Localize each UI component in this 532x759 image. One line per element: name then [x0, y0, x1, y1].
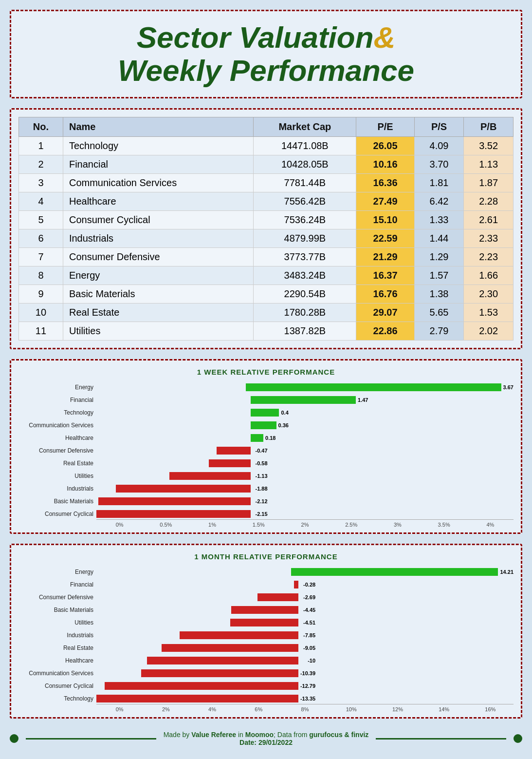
cell-pb: 2.02 — [464, 322, 514, 341]
cell-pb: 1.13 — [464, 155, 514, 174]
cell-ps: 1.44 — [414, 229, 464, 248]
cell-pb: 2.30 — [464, 285, 514, 304]
title-line2: Weekly Performance — [118, 54, 414, 87]
chart-bar-area: -2.12 — [96, 497, 514, 506]
table-row: 9 Basic Materials 2290.54B 16.76 1.38 2.… — [19, 285, 514, 304]
bar-negative — [162, 644, 298, 652]
chart-row: Financial-0.28 — [18, 579, 514, 590]
chart-row: Technology0.4 — [18, 407, 514, 418]
bar-negative — [230, 619, 298, 626]
chart-bar-area: 0.4 — [96, 408, 514, 417]
chart-row: Basic Materials-4.45 — [18, 605, 514, 615]
cell-ps: 1.29 — [414, 248, 464, 266]
chart-label: Basic Materials — [18, 607, 96, 613]
chart-bar-area: -4.51 — [96, 618, 514, 627]
chart-bar-area: 1.47 — [96, 396, 514, 404]
cell-market-cap: 14471.08B — [254, 137, 356, 155]
col-no: No. — [19, 117, 63, 137]
chart-bar-area: -2.69 — [96, 593, 514, 602]
col-name: Name — [63, 117, 253, 137]
chart-row: Consumer Cyclical-12.79 — [18, 681, 514, 691]
table-row: 5 Consumer Cyclical 7536.24B 15.10 1.33 … — [19, 211, 514, 229]
cell-ps: 1.33 — [414, 211, 464, 229]
cell-no: 10 — [19, 304, 63, 322]
footer-line-right — [376, 738, 506, 740]
chart-bar-area: -1.88 — [96, 484, 514, 493]
bar-negative — [105, 682, 298, 690]
chart-label: Technology — [18, 695, 96, 702]
cell-ps: 2.79 — [414, 322, 464, 341]
chart-label: Communication Services — [18, 422, 96, 429]
bar-positive — [251, 421, 276, 429]
chart-label: Utilities — [18, 619, 96, 626]
month-chart-container: Energy14.21Financial-0.28Consumer Defens… — [18, 567, 514, 704]
chart-bar-area: -10.39 — [96, 669, 514, 678]
cell-no: 7 — [19, 248, 63, 266]
bar-positive — [251, 396, 356, 404]
cell-pe: 16.76 — [356, 285, 414, 304]
table-row: 4 Healthcare 7556.42B 27.49 6.42 2.28 — [19, 192, 514, 211]
chart-bar-area: -0.47 — [96, 446, 514, 455]
chart-row: Real Estate-0.58 — [18, 458, 514, 469]
chart-bar-area: 3.67 — [96, 383, 514, 392]
cell-market-cap: 3483.24B — [254, 266, 356, 285]
cell-no: 8 — [19, 266, 63, 285]
table-row: 7 Consumer Defensive 3773.77B 21.29 1.29… — [19, 248, 514, 266]
bar-negative — [147, 657, 298, 664]
title-line1: Sector Valuation — [137, 20, 374, 54]
bar-negative — [169, 472, 250, 480]
cell-ps: 1.57 — [414, 266, 464, 285]
chart-label: Consumer Defensive — [18, 594, 96, 601]
cell-name: Consumer Defensive — [63, 248, 253, 266]
chart-label: Technology — [18, 409, 96, 416]
chart-row: Energy14.21 — [18, 567, 514, 577]
footer-circle-right — [514, 734, 522, 743]
cell-pb: 2.23 — [464, 248, 514, 266]
chart-label: Industrials — [18, 632, 96, 639]
chart-bar-area: -1.13 — [96, 472, 514, 480]
bar-positive — [251, 409, 279, 417]
chart-bar-area: 14.21 — [96, 568, 514, 576]
sector-table: No. Name Market Cap P/E P/S P/B 1 Techno… — [18, 117, 514, 341]
week-axis-line — [96, 519, 514, 520]
chart-bar-area: -7.85 — [96, 631, 514, 640]
cell-name: Technology — [63, 137, 253, 155]
chart-row: Basic Materials-2.12 — [18, 496, 514, 507]
table-section: No. Name Market Cap P/E P/S P/B 1 Techno… — [10, 108, 522, 349]
bar-positive — [251, 434, 264, 442]
chart-bar-area: -12.79 — [96, 682, 514, 690]
cell-name: Communication Services — [63, 174, 253, 192]
table-row: 6 Industrials 4879.99B 22.59 1.44 2.33 — [19, 229, 514, 248]
cell-ps: 5.65 — [414, 304, 464, 322]
chart-label: Financial — [18, 397, 96, 403]
col-market-cap: Market Cap — [254, 117, 356, 137]
cell-pb: 1.87 — [464, 174, 514, 192]
cell-no: 3 — [19, 174, 63, 192]
cell-no: 9 — [19, 285, 63, 304]
bar-negative — [294, 581, 298, 588]
cell-market-cap: 1387.82B — [254, 322, 356, 341]
cell-pe: 22.86 — [356, 322, 414, 341]
cell-pe: 22.59 — [356, 229, 414, 248]
week-chart-section: 1 WEEK RELATIVE PERFORMANCE Energy3.67Fi… — [10, 359, 522, 534]
col-ps: P/S — [414, 117, 464, 137]
week-x-labels: 0%0.5%1%1.5%2%2.5%3%3.5%4% — [96, 522, 514, 528]
week-chart-container: Energy3.67Financial1.47Technology0.4Comm… — [18, 382, 514, 519]
chart-bar-area: -4.45 — [96, 606, 514, 614]
bar-negative — [96, 510, 251, 518]
cell-ps: 1.81 — [414, 174, 464, 192]
cell-market-cap: 7556.42B — [254, 192, 356, 211]
cell-name: Utilities — [63, 322, 253, 341]
title-section: Sector Valuation& Weekly Performance — [10, 10, 522, 98]
chart-row: Technology-13.35 — [18, 693, 514, 704]
month-chart-title: 1 MONTH RELATIVE PERFORMANCE — [18, 552, 514, 561]
cell-pb: 2.28 — [464, 192, 514, 211]
chart-label: Financial — [18, 581, 96, 588]
month-axis-line — [96, 704, 514, 704]
table-row: 3 Communication Services 7781.44B 16.36 … — [19, 174, 514, 192]
cell-pe: 26.05 — [356, 137, 414, 155]
bar-negative — [209, 459, 250, 467]
cell-no: 5 — [19, 211, 63, 229]
table-row: 8 Energy 3483.24B 16.37 1.57 1.66 — [19, 266, 514, 285]
chart-row: Energy3.67 — [18, 382, 514, 393]
